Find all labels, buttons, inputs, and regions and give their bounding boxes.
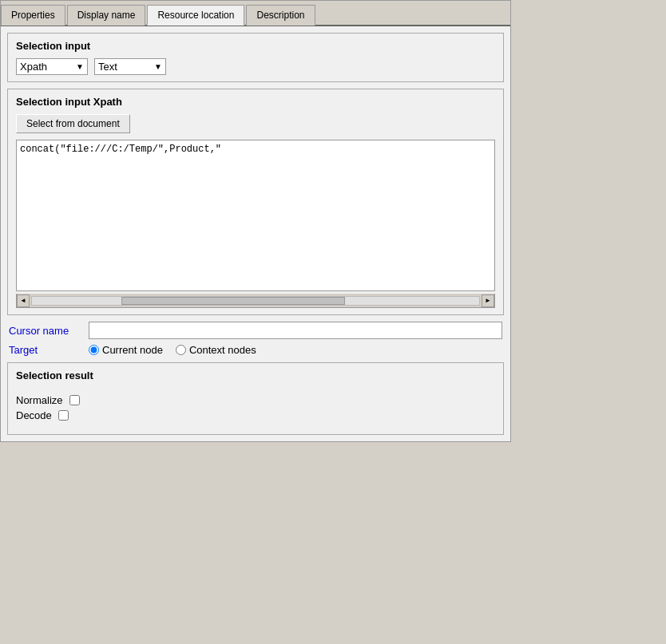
tab-properties[interactable]: Properties [1, 5, 65, 26]
scroll-left-arrow[interactable]: ◄ [17, 294, 30, 307]
context-nodes-radio[interactable] [176, 345, 186, 355]
select-from-document-button[interactable]: Select from document [16, 114, 130, 133]
current-node-radio[interactable] [89, 345, 99, 355]
selection-result-title: Selection result [16, 369, 495, 381]
current-node-label: Current node [102, 344, 163, 356]
xpath-textarea[interactable]: concat("file:///C:/Temp/",Product," [16, 140, 495, 291]
current-node-option[interactable]: Current node [89, 344, 163, 356]
decode-row: Decode [16, 409, 495, 421]
dropdown-row: Xpath ▼ Text ▼ [16, 58, 495, 75]
text-dropdown[interactable]: Text ▼ [94, 58, 166, 75]
tab-display-name[interactable]: Display name [67, 5, 146, 26]
decode-label: Decode [16, 409, 52, 421]
context-nodes-option[interactable]: Context nodes [176, 344, 256, 356]
scroll-track[interactable] [31, 296, 480, 306]
decode-checkbox[interactable] [58, 410, 69, 421]
target-row: Target Current node Context nodes [1, 344, 510, 356]
tab-bar: Properties Display name Resource locatio… [1, 1, 510, 26]
cursor-name-row: Cursor name [1, 322, 510, 339]
normalize-label: Normalize [16, 394, 63, 406]
text-dropdown-value: Text [98, 61, 117, 73]
normalize-row: Normalize [16, 394, 495, 406]
selection-result-section: Selection result Normalize Decode [7, 362, 504, 435]
text-dropdown-arrow: ▼ [154, 62, 162, 71]
xpath-scrollbar[interactable]: ◄ ► [16, 294, 495, 308]
target-label: Target [9, 344, 89, 356]
main-panel: Properties Display name Resource locatio… [0, 0, 511, 442]
tab-resource-location[interactable]: Resource location [147, 5, 244, 26]
selection-input-xpath-title: Selection input Xpath [16, 96, 495, 108]
selection-input-section: Selection input Xpath ▼ Text ▼ [7, 33, 504, 82]
context-nodes-label: Context nodes [189, 344, 256, 356]
tab-description[interactable]: Description [246, 5, 315, 26]
target-radio-group: Current node Context nodes [89, 344, 256, 356]
selection-result-content: Normalize Decode [16, 388, 495, 428]
selection-input-title: Selection input [16, 40, 495, 52]
scroll-right-arrow[interactable]: ► [482, 294, 494, 307]
xpath-dropdown-arrow: ▼ [76, 62, 84, 71]
cursor-name-label: Cursor name [9, 325, 89, 337]
xpath-dropdown[interactable]: Xpath ▼ [16, 58, 88, 75]
cursor-name-input[interactable] [89, 322, 502, 339]
normalize-checkbox[interactable] [69, 395, 80, 405]
selection-input-xpath-section: Selection input Xpath Select from docume… [7, 89, 504, 315]
scroll-thumb[interactable] [121, 297, 345, 305]
xpath-dropdown-value: Xpath [20, 61, 47, 73]
